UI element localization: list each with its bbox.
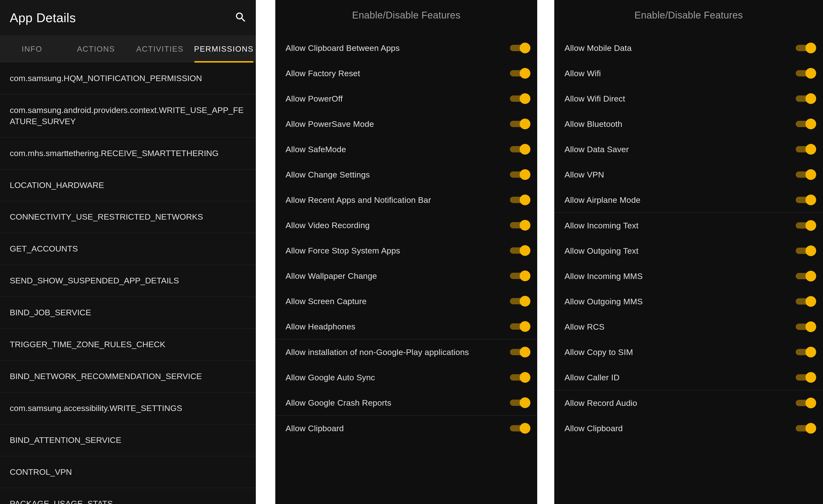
feature-row[interactable]: Allow Wifi Direct bbox=[554, 86, 823, 111]
feature-row[interactable]: Allow Google Crash Reports bbox=[275, 390, 537, 416]
feature-row[interactable]: Allow Wallpaper Change bbox=[275, 263, 537, 288]
feature-row[interactable]: Allow Incoming MMS bbox=[554, 263, 823, 289]
toggle[interactable] bbox=[510, 68, 530, 79]
feature-row[interactable]: Allow Data Saver bbox=[554, 137, 823, 162]
feature-row[interactable]: Allow PowerSave Mode bbox=[275, 111, 537, 137]
toggle[interactable] bbox=[796, 423, 816, 434]
feature-row[interactable]: Allow Record Audio bbox=[554, 390, 823, 416]
feature-label: Allow Outgoing Text bbox=[564, 246, 639, 256]
feature-label: Allow PowerOff bbox=[286, 94, 343, 103]
toggle[interactable] bbox=[510, 220, 530, 231]
feature-row[interactable]: Allow Outgoing MMS bbox=[554, 289, 823, 314]
list-item[interactable]: LOCATION_HARDWARE bbox=[0, 170, 256, 201]
toggle[interactable] bbox=[796, 118, 816, 129]
feature-label: Allow Wallpaper Change bbox=[286, 271, 377, 281]
feature-row[interactable]: Allow Wifi bbox=[554, 61, 823, 86]
toggle[interactable] bbox=[796, 43, 816, 53]
toggle[interactable] bbox=[796, 372, 816, 383]
toggle[interactable] bbox=[796, 220, 816, 231]
list-item[interactable]: com.mhs.smarttethering.RECEIVE_SMARTTETH… bbox=[0, 138, 256, 170]
feature-row[interactable]: Allow Airplane Mode bbox=[554, 187, 823, 213]
toggle[interactable] bbox=[796, 398, 816, 408]
feature-label: Allow Clipboard Between Apps bbox=[286, 43, 400, 53]
feature-row[interactable]: Allow Change Settings bbox=[275, 162, 537, 187]
feature-row[interactable]: Allow Recent Apps and Notification Bar bbox=[275, 187, 537, 213]
feature-label: Allow PowerSave Mode bbox=[286, 119, 374, 129]
list-item[interactable]: com.samsung.HQM_NOTIFICATION_PERMISSION bbox=[0, 62, 256, 94]
feature-row[interactable]: Allow Screen Capture bbox=[275, 288, 537, 314]
feature-label: Allow Clipboard bbox=[286, 424, 344, 433]
toggle[interactable] bbox=[510, 118, 530, 129]
toggle[interactable] bbox=[796, 93, 816, 104]
feature-row[interactable]: Allow Force Stop System Apps bbox=[275, 238, 537, 263]
feature-row[interactable]: Allow Caller ID bbox=[554, 365, 823, 390]
panel-app-details: App Details INFO ACTIONS ACTIVITIES PERM… bbox=[0, 0, 256, 504]
feature-row[interactable]: Allow Factory Reset bbox=[275, 61, 537, 86]
toggle[interactable] bbox=[796, 347, 816, 357]
feature-label: Allow Incoming MMS bbox=[564, 271, 643, 281]
toggle[interactable] bbox=[796, 296, 816, 307]
features-list[interactable]: Allow Clipboard Between Apps Allow Facto… bbox=[275, 35, 537, 441]
toggle[interactable] bbox=[796, 68, 816, 79]
list-item[interactable]: com.samsung.android.providers.context.WR… bbox=[0, 94, 256, 138]
toggle[interactable] bbox=[510, 93, 530, 104]
toggle[interactable] bbox=[510, 372, 530, 383]
list-item[interactable]: TRIGGER_TIME_ZONE_RULES_CHECK bbox=[0, 329, 256, 360]
feature-row[interactable]: Allow Incoming Text bbox=[554, 213, 823, 238]
tab-info[interactable]: INFO bbox=[0, 35, 64, 62]
feature-label: Allow Headphones bbox=[286, 322, 355, 331]
toggle[interactable] bbox=[510, 321, 530, 332]
toggle[interactable] bbox=[510, 347, 530, 357]
feature-row[interactable]: Allow Bluetooth bbox=[554, 111, 823, 137]
toggle[interactable] bbox=[510, 423, 530, 434]
tab-permissions[interactable]: PERMISSIONS bbox=[192, 35, 256, 62]
feature-row[interactable]: Allow Headphones bbox=[275, 314, 537, 339]
feature-row[interactable]: Allow RCS bbox=[554, 314, 823, 339]
toggle[interactable] bbox=[796, 271, 816, 281]
toggle[interactable] bbox=[796, 245, 816, 256]
feature-row[interactable]: Allow PowerOff bbox=[275, 86, 537, 111]
feature-row[interactable]: Allow Video Recording bbox=[275, 213, 537, 238]
toggle[interactable] bbox=[510, 195, 530, 205]
feature-row[interactable]: Allow installation of non-Google-Play ap… bbox=[275, 339, 537, 365]
list-item[interactable]: SEND_SHOW_SUSPENDED_APP_DETAILS bbox=[0, 265, 256, 297]
tab-actions[interactable]: ACTIONS bbox=[64, 35, 128, 62]
feature-row[interactable]: Allow SafeMode bbox=[275, 137, 537, 162]
list-item[interactable]: CONNECTIVITY_USE_RESTRICTED_NETWORKS bbox=[0, 201, 256, 233]
toggle[interactable] bbox=[510, 43, 530, 53]
toggle[interactable] bbox=[510, 245, 530, 256]
toggle[interactable] bbox=[796, 144, 816, 155]
feature-label: Allow Incoming Text bbox=[564, 221, 639, 230]
list-item[interactable]: BIND_JOB_SERVICE bbox=[0, 297, 256, 329]
permissions-list[interactable]: com.samsung.HQM_NOTIFICATION_PERMISSION … bbox=[0, 62, 256, 504]
toggle[interactable] bbox=[510, 270, 530, 281]
list-item[interactable]: BIND_NETWORK_RECOMMENDATION_SERVICE bbox=[0, 360, 256, 393]
tab-activities[interactable]: ACTIVITIES bbox=[128, 35, 192, 62]
feature-label: Allow Bluetooth bbox=[564, 119, 622, 129]
toggle[interactable] bbox=[796, 195, 816, 205]
feature-row[interactable]: Allow Google Auto Sync bbox=[275, 365, 537, 390]
feature-row[interactable]: Allow Copy to SIM bbox=[554, 339, 823, 365]
features-list[interactable]: Allow Mobile Data Allow Wifi Allow Wifi … bbox=[554, 35, 823, 441]
list-item[interactable]: CONTROL_VPN bbox=[0, 456, 256, 488]
feature-row[interactable]: Allow Outgoing Text bbox=[554, 238, 823, 263]
list-item[interactable]: com.samsung.accessibility.WRITE_SETTINGS bbox=[0, 393, 256, 424]
feature-row[interactable]: Allow Clipboard Between Apps bbox=[275, 35, 537, 61]
toggle[interactable] bbox=[796, 169, 816, 180]
list-item[interactable]: BIND_ATTENTION_SERVICE bbox=[0, 424, 256, 456]
toggle[interactable] bbox=[510, 144, 530, 155]
list-item[interactable]: GET_ACCOUNTS bbox=[0, 233, 256, 265]
feature-row[interactable]: Allow VPN bbox=[554, 162, 823, 187]
feature-row[interactable]: Allow Mobile Data bbox=[554, 35, 823, 61]
feature-row[interactable]: Allow Clipboard bbox=[275, 416, 537, 441]
list-item[interactable]: PACKAGE_USAGE_STATS bbox=[0, 488, 256, 504]
feature-label: Allow Clipboard bbox=[564, 424, 623, 433]
tab-label: INFO bbox=[22, 44, 42, 53]
toggle[interactable] bbox=[510, 397, 530, 408]
toggle[interactable] bbox=[510, 296, 530, 306]
toggle[interactable] bbox=[510, 169, 530, 180]
feature-row[interactable]: Allow Clipboard bbox=[554, 416, 823, 441]
toggle[interactable] bbox=[796, 321, 816, 332]
page-title: App Details bbox=[10, 10, 76, 25]
search-icon[interactable] bbox=[234, 11, 247, 25]
